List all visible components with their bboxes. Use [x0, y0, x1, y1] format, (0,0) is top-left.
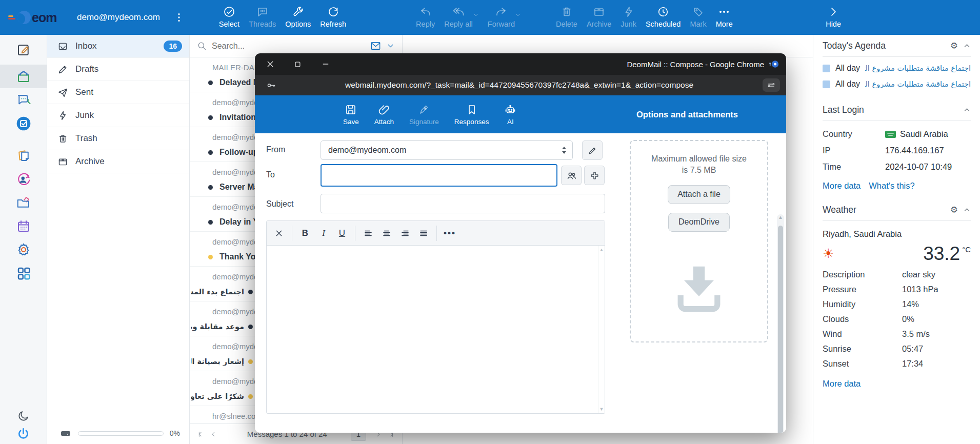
more-button[interactable]: More: [716, 0, 733, 28]
download-drop-icon: [670, 258, 728, 316]
scheduled-button[interactable]: Scheduled: [646, 0, 681, 28]
key-icon[interactable]: [266, 80, 276, 90]
archive-button[interactable]: Archive: [587, 0, 611, 28]
options-button[interactable]: Options: [285, 0, 311, 28]
edit-identities-button[interactable]: [582, 140, 603, 160]
reply-all-icon: [452, 6, 465, 18]
select-button[interactable]: Select: [219, 0, 239, 28]
folder-drafts[interactable]: Drafts: [47, 58, 189, 81]
underline-button[interactable]: U: [333, 225, 351, 242]
folder-trash[interactable]: Trash: [47, 127, 189, 150]
signature-button[interactable]: Signature: [409, 104, 439, 126]
account-menu-icon[interactable]: [173, 0, 185, 35]
folder-inbox[interactable]: Inbox 16: [47, 35, 189, 58]
top-toolbar: eom demo@mydeom.com Select Threads Optio…: [0, 0, 980, 35]
junk-button[interactable]: Junk: [621, 0, 636, 28]
rail-contacts-app[interactable]: [0, 167, 47, 191]
italic-button[interactable]: I: [314, 225, 333, 242]
rail-apps-grid[interactable]: [0, 261, 47, 285]
forward-dropdown-icon[interactable]: [514, 11, 522, 18]
bold-button[interactable]: B: [296, 225, 314, 242]
from-label: From: [266, 145, 285, 154]
login-more-data-link[interactable]: More data: [823, 181, 861, 191]
whats-this-link[interactable]: What's this?: [869, 181, 914, 191]
site-controls-button[interactable]: [763, 78, 780, 92]
align-right-button[interactable]: [396, 225, 414, 242]
attach-button[interactable]: Attach: [374, 104, 394, 126]
message-body-input[interactable]: ▲▼: [267, 246, 605, 413]
unread-dot: [248, 325, 253, 329]
window-title: DeomMail :: Compose - Google Chrome: [627, 60, 764, 69]
rail-settings-app[interactable]: [0, 238, 47, 261]
ellipsis-icon: [718, 6, 730, 18]
add-contact-button[interactable]: [561, 166, 582, 185]
attachment-dropzone[interactable]: Maximum allowed file size is 7.5 MB Atta…: [630, 140, 768, 342]
agenda-collapse-icon[interactable]: [963, 42, 971, 50]
folder-sent[interactable]: Sent: [47, 81, 189, 104]
agenda-item[interactable]: All day اجتماع مناقشة متطلبات مشروع التن…: [823, 64, 971, 73]
weather-collapse-icon[interactable]: [963, 206, 971, 214]
ai-button[interactable]: AI: [504, 104, 516, 126]
attach-file-button[interactable]: Attach a file: [668, 185, 730, 204]
rail-mail-app[interactable]: [0, 65, 47, 88]
editor-scrollbar[interactable]: ▲▼: [598, 246, 605, 413]
options-scrollbar[interactable]: ▲ ▼: [777, 214, 784, 433]
agenda-settings-gear-icon[interactable]: ⚙: [950, 41, 958, 51]
search-input[interactable]: [212, 42, 289, 51]
rail-calendar-app[interactable]: [0, 214, 47, 238]
scrollbar-thumb[interactable]: [778, 226, 783, 433]
threads-button[interactable]: Threads: [249, 0, 276, 28]
check-circle-icon: [223, 6, 235, 18]
window-maximize-button[interactable]: [294, 60, 303, 68]
refresh-button[interactable]: Refresh: [320, 0, 346, 28]
weather-more-data-link[interactable]: More data: [823, 379, 861, 389]
editor-toolbar: B I U •••: [267, 221, 605, 246]
deomdrive-button[interactable]: DeomDrive: [668, 213, 730, 232]
prev-page-icon[interactable]: [210, 429, 217, 439]
agenda-item[interactable]: All day اجتماع مناقشة متطلبات مشروع التن…: [823, 79, 971, 89]
calendar-app-icon: [16, 218, 31, 234]
folder-archive[interactable]: Archive: [47, 150, 189, 173]
justify-button[interactable]: [414, 225, 433, 242]
first-page-icon[interactable]: [197, 429, 205, 439]
trash-icon: [57, 133, 68, 144]
folder-junk[interactable]: Junk: [47, 104, 189, 127]
reply-all-dropdown-icon[interactable]: [472, 11, 479, 18]
contacts-people-icon: [566, 170, 577, 181]
dark-mode-button[interactable]: [17, 410, 30, 422]
add-recipient-field-button[interactable]: [584, 166, 605, 185]
search-options-chevron-icon[interactable]: [386, 42, 395, 50]
reply-icon: [419, 6, 432, 18]
mark-button[interactable]: Mark: [690, 0, 706, 28]
moon-icon: [17, 410, 30, 422]
unread-dot: [208, 150, 213, 155]
reply-all-button[interactable]: Reply all: [444, 0, 473, 28]
responses-button[interactable]: Responses: [454, 104, 489, 126]
forward-button[interactable]: Forward: [488, 0, 515, 28]
align-center-button[interactable]: [377, 225, 396, 242]
align-left-button[interactable]: [359, 225, 377, 242]
window-minimize-button[interactable]: [322, 60, 331, 68]
window-close-button[interactable]: [266, 60, 275, 68]
search-scope-envelope-icon[interactable]: [370, 40, 382, 52]
weather-header: Weather ⚙: [823, 199, 971, 221]
editor-more-button[interactable]: •••: [441, 225, 459, 242]
delete-button[interactable]: Delete: [556, 0, 577, 28]
subject-input[interactable]: [321, 194, 605, 213]
from-select[interactable]: demo@mydeom.com: [321, 140, 573, 160]
address-url[interactable]: webmail.mydeom.com/?_task=mail&_id=44720…: [276, 80, 763, 90]
rail-chat-app[interactable]: [0, 88, 47, 112]
unread-dot: [248, 290, 253, 294]
remove-format-button[interactable]: [270, 225, 288, 242]
weather-settings-gear-icon[interactable]: ⚙: [950, 205, 958, 215]
save-button[interactable]: Save: [343, 104, 359, 126]
compose-button[interactable]: [0, 35, 47, 65]
to-input[interactable]: [321, 164, 557, 187]
logout-button[interactable]: [16, 427, 30, 441]
reply-button[interactable]: Reply: [416, 0, 435, 28]
last-login-collapse-icon[interactable]: [963, 106, 971, 114]
hide-panel-button[interactable]: Hide: [826, 0, 841, 28]
rail-notes-app[interactable]: [0, 144, 47, 167]
rail-tasks-app[interactable]: [0, 112, 47, 135]
rail-files-app[interactable]: [0, 191, 47, 214]
